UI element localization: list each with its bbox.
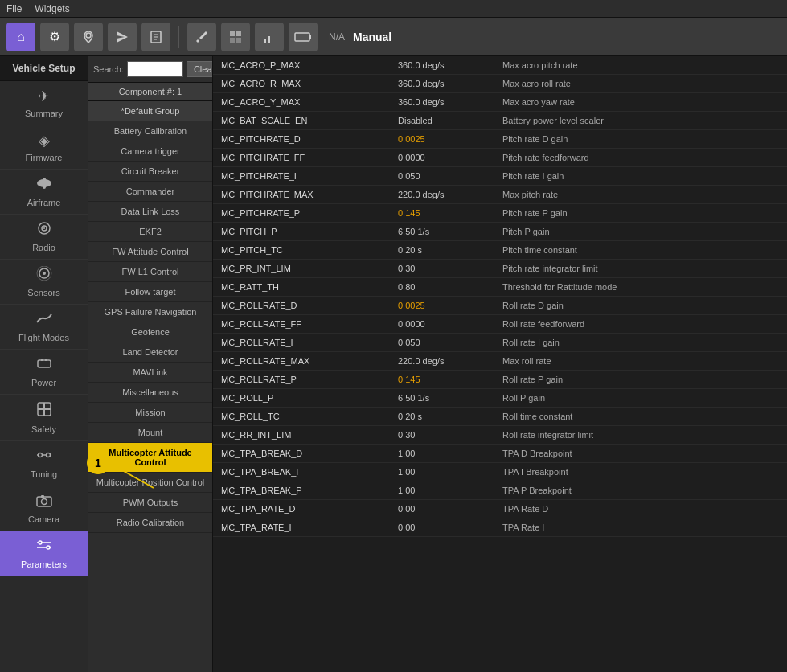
table-row[interactable]: MC_ACRO_Y_MAX360.0 deg/sMax acro yaw rat…	[213, 93, 787, 112]
svg-rect-26	[45, 359, 47, 361]
group-item-camera-trigger[interactable]: Camera trigger	[88, 141, 212, 162]
settings-icon[interactable]: ⚙	[40, 23, 69, 51]
param-desc: Pitch rate D gain	[494, 130, 787, 148]
table-row[interactable]: MC_PITCHRATE_D0.0025Pitch rate D gain	[213, 130, 787, 149]
table-row[interactable]: MC_TPA_RATE_I0.00TPA Rate I	[213, 518, 787, 537]
table-row[interactable]: MC_ROLLRATE_P0.145Roll rate P gain	[213, 371, 787, 389]
clear-button[interactable]: Clear	[187, 61, 213, 77]
param-desc: Pitch rate feedforward	[494, 149, 787, 166]
table-row[interactable]: MC_PITCH_TC0.20 sPitch time constant	[213, 241, 787, 260]
group-item-follow-target[interactable]: Follow target	[88, 282, 212, 302]
grid-icon[interactable]	[221, 23, 250, 51]
table-row[interactable]: MC_PITCHRATE_P0.145Pitch rate P gain	[213, 204, 787, 223]
svg-rect-24	[38, 360, 51, 367]
table-row[interactable]: MC_ROLLRATE_D0.0025Roll rate D gain	[213, 297, 787, 315]
svg-rect-8	[230, 38, 235, 43]
table-row[interactable]: MC_TPA_BREAK_I1.00TPA I Breakpoint	[213, 463, 787, 481]
param-desc: Roll rate P gain	[494, 371, 787, 388]
toolbar-separator	[178, 26, 179, 48]
wrench-icon[interactable]	[187, 23, 216, 51]
menu-file[interactable]: File	[6, 3, 22, 14]
menu-widgets[interactable]: Widgets	[35, 3, 69, 14]
sidebar-item-tuning[interactable]: Tuning	[0, 441, 88, 486]
search-input[interactable]	[127, 61, 183, 77]
group-item-radio-cal[interactable]: Radio Calibration	[88, 513, 212, 533]
table-row[interactable]: MC_PITCH_P6.50 1/sPitch P gain	[213, 223, 787, 241]
param-value: 360.0 deg/s	[390, 56, 494, 74]
group-item-data-link-loss[interactable]: Data Link Loss	[88, 202, 212, 222]
group-item-fw-attitude[interactable]: FW Attitude Control	[88, 242, 212, 262]
param-name: MC_PITCHRATE_MAX	[213, 186, 390, 203]
group-item-circuit-breaker[interactable]: Circuit Breaker	[88, 162, 212, 182]
group-item-mount[interactable]: Mount	[88, 423, 212, 443]
group-item-pwm-outputs[interactable]: PWM Outputs	[88, 493, 212, 513]
sidebar-item-airframe[interactable]: Airframe	[0, 170, 88, 215]
table-row[interactable]: MC_RR_INT_LIM0.30Roll rate integrator li…	[213, 426, 787, 445]
search-label: Search:	[93, 64, 124, 74]
group-item-mavlink[interactable]: MAVLink	[88, 363, 212, 383]
group-item-battery-cal[interactable]: Battery Calibration	[88, 121, 212, 141]
battery-icon[interactable]	[289, 23, 318, 51]
table-row[interactable]: MC_RATT_TH0.80Threshold for Rattitude mo…	[213, 278, 787, 297]
svg-point-30	[38, 453, 42, 457]
param-desc: Pitch rate I gain	[494, 167, 787, 185]
param-desc: Max pitch rate	[494, 186, 787, 203]
table-row[interactable]: MC_ROLLRATE_FF0.0000Roll rate feedforwar…	[213, 315, 787, 334]
param-name: MC_TPA_RATE_I	[213, 518, 390, 536]
param-value: 0.30	[390, 426, 494, 444]
group-item-fw-l1[interactable]: FW L1 Control	[88, 262, 212, 282]
table-row[interactable]: MC_PITCHRATE_I0.050Pitch rate I gain	[213, 167, 787, 186]
table-row[interactable]: MC_PITCHRATE_MAX220.0 deg/sMax pitch rat…	[213, 186, 787, 204]
table-row[interactable]: MC_ACRO_P_MAX360.0 deg/sMax acro pitch r…	[213, 56, 787, 75]
table-row[interactable]: MC_ROLL_P6.50 1/sRoll P gain	[213, 389, 787, 408]
param-value: 0.00	[390, 500, 494, 518]
sidebar-item-sensors[interactable]: Sensors	[0, 260, 88, 305]
group-item-mission[interactable]: Mission	[88, 403, 212, 423]
table-row[interactable]: MC_TPA_BREAK_D1.00TPA D Breakpoint	[213, 445, 787, 463]
home-icon[interactable]: ⌂	[6, 23, 35, 51]
param-desc: TPA P Breakpoint	[494, 481, 787, 499]
svg-rect-11	[268, 36, 270, 43]
send-icon[interactable]	[108, 23, 137, 51]
group-item-geofence[interactable]: Geofence	[88, 322, 212, 342]
sidebar-label-radio: Radio	[32, 243, 55, 252]
sidebar-item-flight-modes[interactable]: Flight Modes	[0, 305, 88, 350]
sidebar-label-safety: Safety	[31, 424, 56, 434]
param-name: MC_RR_INT_LIM	[213, 426, 390, 444]
sidebar-item-power[interactable]: Power	[0, 350, 88, 395]
sidebar-item-radio[interactable]: Radio	[0, 215, 88, 260]
component-header: Component #: 1	[88, 83, 212, 101]
location-icon[interactable]	[74, 23, 103, 51]
svg-point-20	[43, 227, 45, 229]
group-item-default[interactable]: *Default Group	[88, 101, 212, 121]
param-desc: TPA I Breakpoint	[494, 463, 787, 481]
table-row[interactable]: MC_ACRO_R_MAX360.0 deg/sMax acro roll ra…	[213, 75, 787, 93]
group-item-commander[interactable]: Commander	[88, 182, 212, 202]
sidebar-item-parameters[interactable]: Parameters	[0, 531, 88, 576]
sidebar-item-summary[interactable]: ✈ Summary	[0, 81, 88, 125]
svg-rect-15	[296, 34, 300, 40]
table-row[interactable]: MC_ROLLRATE_MAX220.0 deg/sMax roll rate	[213, 352, 787, 371]
svg-rect-17	[43, 178, 46, 189]
sidebar-item-safety[interactable]: Safety	[0, 395, 88, 441]
param-name: MC_RATT_TH	[213, 278, 390, 296]
group-item-misc[interactable]: Miscellaneous	[88, 383, 212, 403]
table-row[interactable]: MC_TPA_BREAK_P1.00TPA P Breakpoint	[213, 481, 787, 500]
table-row[interactable]: MC_BAT_SCALE_ENDisabledBattery power lev…	[213, 112, 787, 130]
group-item-gps-failnav[interactable]: GPS Failure Navigation	[88, 302, 212, 322]
table-row[interactable]: MC_TPA_RATE_D0.00TPA Rate D	[213, 500, 787, 518]
sidebar-item-camera[interactable]: Camera	[0, 486, 88, 531]
signal-icon[interactable]	[255, 23, 284, 51]
param-desc: Roll rate feedforward	[494, 315, 787, 333]
table-row[interactable]: MC_ROLL_TC0.20 sRoll time constant	[213, 408, 787, 426]
group-item-ekf2[interactable]: EKF2	[88, 222, 212, 242]
table-row[interactable]: MC_PITCHRATE_FF0.0000Pitch rate feedforw…	[213, 149, 787, 167]
param-name: MC_TPA_RATE_D	[213, 500, 390, 518]
sidebar-item-firmware[interactable]: ◈ Firmware	[0, 125, 88, 170]
table-row[interactable]: MC_ROLLRATE_I0.050Roll rate I gain	[213, 334, 787, 352]
sidebar-label-flight-modes: Flight Modes	[18, 333, 69, 342]
table-row[interactable]: MC_PR_INT_LIM0.30Pitch rate integrator l…	[213, 260, 787, 278]
doc-icon[interactable]	[141, 23, 170, 51]
group-item-land-detector[interactable]: Land Detector	[88, 342, 212, 363]
airframe-icon	[35, 176, 53, 195]
